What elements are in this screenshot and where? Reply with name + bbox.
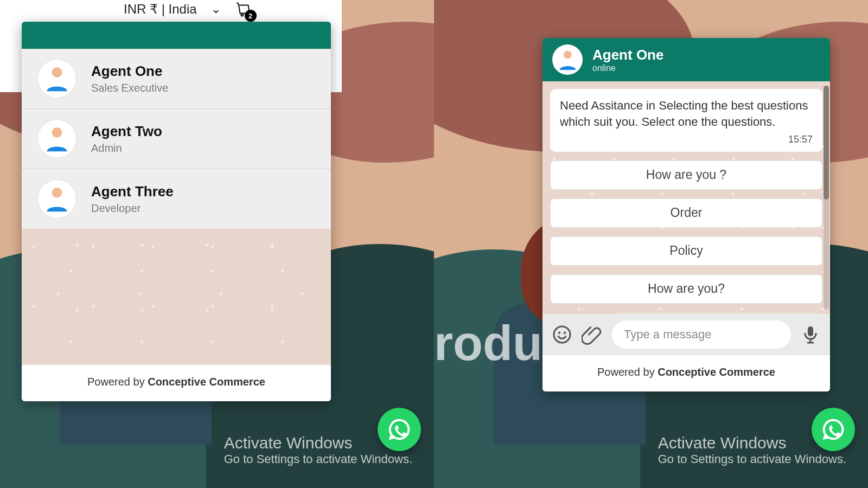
decorative-pattern (22, 229, 331, 365)
agent-name: Agent Three (91, 183, 174, 200)
chat-scroll-area[interactable]: Need Assitance in Selecting the best que… (542, 81, 830, 314)
emoji-icon (551, 324, 573, 345)
agent-list-item[interactable]: Agent Three Developer (22, 169, 331, 229)
svg-point-1 (52, 127, 62, 138)
quick-reply-button[interactable]: Order (550, 198, 822, 228)
quick-reply-button[interactable]: How are you ? (550, 160, 822, 190)
cart-button[interactable]: 2 (235, 1, 253, 17)
footer-brand[interactable]: Conceptive Commerce (658, 366, 775, 378)
message-input-placeholder: Type a message (624, 328, 711, 342)
incoming-message-text: Need Assitance in Selecting the best que… (560, 98, 813, 130)
agent-list: Agent One Sales Executive Agent Two Admi… (22, 49, 331, 229)
watermark-sub: Go to Settings to activate Windows. (224, 452, 412, 466)
chat-agent-name: Agent One (592, 47, 663, 63)
quick-reply-button[interactable]: Policy (550, 236, 822, 266)
agent-name: Agent Two (91, 123, 162, 140)
watermark-title: Activate Windows (224, 434, 412, 452)
svg-point-0 (52, 67, 62, 78)
right-pane: roducts Agent One online Need Assitance … (434, 0, 868, 488)
incoming-message: Need Assitance in Selecting the best que… (550, 89, 822, 152)
svg-rect-7 (808, 326, 813, 336)
mic-button[interactable] (800, 324, 821, 345)
currency-selector[interactable]: INR ₹ | India (124, 2, 197, 17)
left-pane: INR ₹ | India ⌄ 2 Agent One Sales Execut… (0, 0, 434, 488)
agent-name: Agent One (91, 63, 168, 80)
footer-prefix: Powered by (597, 366, 658, 378)
agent-list-item[interactable]: Agent One Sales Executive (22, 49, 331, 109)
svg-point-6 (564, 332, 566, 334)
chat-composer: Type a message (542, 314, 830, 355)
outgoing-message-preview: How are you ? (610, 313, 822, 314)
message-timestamp: 15:57 (560, 133, 813, 146)
windows-watermark: Activate Windows Go to Settings to activ… (658, 434, 846, 466)
emoji-button[interactable] (551, 324, 573, 345)
top-bar: INR ₹ | India ⌄ 2 (124, 1, 253, 17)
chat-agent-status: online (592, 63, 663, 73)
chat-header: Agent One online (542, 38, 830, 81)
svg-point-5 (558, 332, 560, 334)
avatar-icon (552, 44, 583, 75)
microphone-icon (800, 324, 821, 345)
avatar-icon (38, 60, 76, 98)
quick-reply-button[interactable]: How are you? (550, 274, 822, 304)
agent-role: Sales Executive (91, 82, 168, 94)
widget-footer: Powered by Conceptive Commerce (542, 355, 830, 391)
watermark-title: Activate Windows (658, 434, 846, 452)
svg-point-4 (554, 326, 570, 343)
chevron-down-icon[interactable]: ⌄ (211, 2, 221, 16)
agent-list-item[interactable]: Agent Two Admin (22, 109, 331, 169)
widget-header (22, 22, 331, 49)
widget-footer: Powered by Conceptive Commerce (22, 365, 331, 401)
paperclip-icon (582, 324, 603, 345)
footer-brand[interactable]: Conceptive Commerce (148, 376, 265, 388)
svg-point-2 (52, 188, 62, 198)
svg-point-3 (564, 50, 572, 59)
watermark-sub: Go to Settings to activate Windows. (658, 452, 846, 466)
footer-prefix: Powered by (87, 376, 148, 388)
chat-widget: Agent One online Need Assitance in Selec… (542, 38, 830, 391)
avatar-icon (38, 120, 76, 158)
attach-button[interactable] (582, 324, 603, 345)
agent-picker-widget: Agent One Sales Executive Agent Two Admi… (22, 22, 331, 401)
agent-role: Developer (91, 202, 174, 215)
cart-count-badge: 2 (245, 10, 257, 22)
message-input[interactable]: Type a message (612, 320, 791, 349)
avatar-icon (38, 180, 76, 218)
agent-role: Admin (91, 142, 162, 155)
windows-watermark: Activate Windows Go to Settings to activ… (224, 434, 412, 466)
